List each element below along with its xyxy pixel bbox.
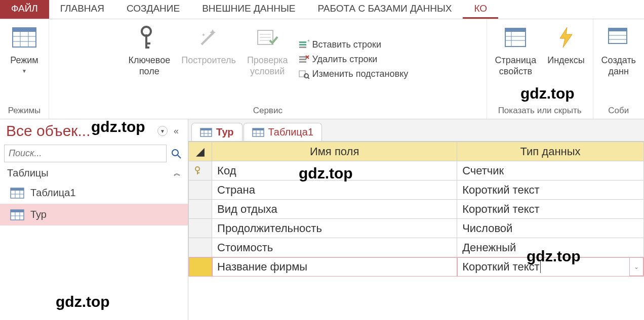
insert-rows-button[interactable]: ​+ Вставить строки (295, 37, 412, 52)
tab-database-tools[interactable]: РАБОТА С БАЗАМИ ДАННЫХ (306, 0, 463, 19)
delete-rows-button[interactable]: Удалить строки (295, 52, 412, 67)
document-tab[interactable]: Тур (191, 123, 243, 141)
nav-item[interactable]: Тур (0, 204, 188, 225)
column-header-name[interactable]: Имя поля (212, 142, 457, 161)
svg-rect-52 (253, 128, 264, 130)
group-label-events: Соби (608, 104, 629, 118)
navigation-pane: Все объек... ▼ « Таблицы ︽ Таблица1Тур (0, 119, 188, 320)
svg-rect-8 (145, 42, 150, 44)
field-type-cell[interactable]: Счетчик (457, 161, 644, 180)
modify-lookup-button[interactable]: Изменить подстановку (295, 67, 412, 81)
table-icon (10, 209, 24, 220)
create-data-macro-button[interactable]: Создать данн (597, 21, 640, 80)
builder-label: Построитель (181, 55, 236, 66)
row-selector[interactable] (189, 200, 212, 219)
search-row (0, 143, 188, 164)
validation-label: Проверка условий (247, 55, 288, 77)
field-name-cell[interactable]: Продолжительность (212, 219, 457, 238)
svg-line-24 (308, 77, 309, 79)
nav-section-tables[interactable]: Таблицы ︽ (0, 164, 188, 182)
view-button[interactable]: Режим ▼ (4, 21, 45, 80)
nav-item-label: Таблица1 (30, 187, 76, 199)
svg-rect-21 (299, 61, 306, 63)
row-selector[interactable] (189, 161, 212, 180)
svg-rect-26 (505, 28, 526, 32)
row-selector[interactable] (189, 180, 212, 200)
collapse-pane-icon[interactable]: « (171, 126, 182, 136)
builder-button[interactable]: Построитель (177, 21, 240, 69)
field-row[interactable]: СтоимостьДенежный (189, 238, 644, 257)
search-input[interactable] (4, 145, 167, 162)
collapse-section-icon: ︽ (174, 169, 181, 178)
selector-header: ◢ (189, 142, 212, 161)
nav-dropdown-icon[interactable]: ▼ (157, 126, 168, 136)
row-selector[interactable] (189, 219, 212, 238)
validation-button[interactable]: Проверка условий (243, 21, 292, 80)
svg-point-34 (172, 150, 178, 156)
field-name-cell[interactable]: Код (212, 161, 457, 180)
svg-rect-20 (299, 59, 306, 60)
property-sheet-icon (502, 24, 529, 51)
row-selector[interactable] (189, 238, 212, 257)
svg-rect-1 (13, 28, 36, 32)
tab-file[interactable]: ФАЙЛ (0, 0, 49, 19)
group-label-modes: Режимы (8, 104, 41, 118)
primary-key-label: Ключевое поле (128, 55, 170, 77)
svg-rect-37 (11, 188, 24, 191)
group-label-show-hide: Показать или скрыть (498, 104, 582, 118)
tab-external-data[interactable]: ВНЕШНИЕ ДАННЫЕ (191, 0, 306, 19)
field-name-cell[interactable]: Стоимость (212, 238, 457, 257)
field-name-cell[interactable]: Страна (212, 180, 457, 200)
dropdown-arrow-icon[interactable]: ⌄ (629, 257, 643, 276)
ribbon-group-events: Создать данн Соби (593, 19, 644, 119)
field-type-cell[interactable]: Короткий текст (457, 180, 644, 200)
document-tab[interactable]: Таблица1 (244, 123, 323, 141)
ribbon: Режим ▼ Режимы Ключевое поле (0, 19, 644, 119)
field-row[interactable]: Название фирмыКороткий текст⌄ (189, 257, 644, 277)
nav-item[interactable]: Таблица1 (0, 182, 188, 204)
primary-key-button[interactable]: Ключевое поле (124, 21, 174, 80)
property-sheet-button[interactable]: Страница свойств (491, 21, 541, 80)
field-type-cell[interactable]: Денежный (457, 238, 644, 257)
wand-icon (195, 24, 222, 51)
table-icon (10, 188, 24, 199)
svg-rect-31 (609, 28, 627, 31)
design-grid: ◢ Имя поля Тип данных КодСчетчикСтранаКо… (188, 142, 644, 277)
nav-item-label: Тур (30, 209, 47, 220)
field-row[interactable]: Вид отдыхаКороткий текст (189, 200, 644, 219)
tab-design-partial[interactable]: КО (463, 0, 498, 19)
field-row[interactable]: КодСчетчик (189, 161, 644, 180)
view-label: Режим (10, 55, 38, 66)
modify-lookup-label: Изменить подстановку (312, 69, 409, 79)
field-name-cell[interactable]: Название фирмы (212, 257, 457, 277)
row-selector[interactable] (189, 257, 212, 277)
tab-label: Тур (216, 126, 234, 138)
field-row[interactable]: ПродолжительностьЧисловой (189, 219, 644, 238)
indexes-button[interactable]: Индексы (543, 21, 588, 69)
table-icon (200, 128, 212, 137)
indexes-label: Индексы (547, 55, 584, 66)
svg-rect-15 (299, 41, 306, 43)
field-type-cell[interactable]: Числовой (457, 219, 644, 238)
field-name-cell[interactable]: Вид отдыха (212, 200, 457, 219)
dropdown-caret-icon: ▼ (22, 66, 27, 77)
svg-rect-42 (11, 210, 24, 212)
svg-text:+: + (307, 39, 309, 43)
key-icon (136, 24, 163, 51)
group-label-service: Сервис (253, 104, 283, 118)
field-type-cell[interactable]: Короткий текст⌄ (457, 257, 644, 277)
main-area: Все объек... ▼ « Таблицы ︽ Таблица1Тур Т… (0, 119, 644, 320)
delete-rows-label: Удалить строки (312, 54, 378, 65)
lookup-icon (298, 69, 309, 79)
insert-rows-label: Вставить строки (312, 39, 382, 50)
field-type-cell[interactable]: Короткий текст (457, 200, 644, 219)
tab-home[interactable]: ГЛАВНАЯ (49, 0, 115, 19)
nav-header[interactable]: Все объек... ▼ « (0, 119, 188, 143)
datasheet-view-icon (11, 24, 37, 51)
tab-create[interactable]: СОЗДАНИЕ (115, 0, 191, 19)
column-header-type[interactable]: Тип данных (457, 142, 644, 161)
svg-rect-58 (197, 172, 199, 173)
field-row[interactable]: СтранаКороткий текст (189, 180, 644, 200)
ribbon-tabs: ФАЙЛ ГЛАВНАЯ СОЗДАНИЕ ВНЕШНИЕ ДАННЫЕ РАБ… (0, 0, 644, 19)
search-icon[interactable] (169, 146, 184, 161)
